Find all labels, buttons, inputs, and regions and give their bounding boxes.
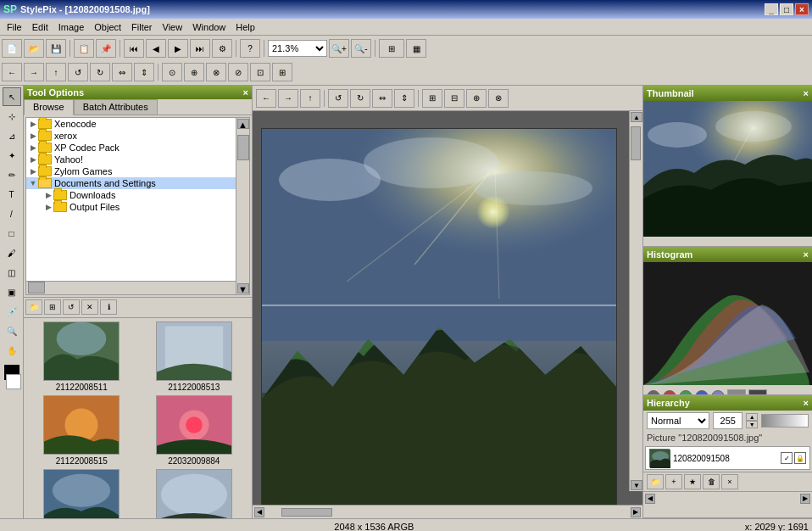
histogram-panel-close[interactable]: × (804, 249, 809, 260)
hierarchy-panel-close[interactable]: × (804, 398, 809, 408)
hand-tool[interactable]: ✋ (3, 341, 21, 360)
arrow-right-button[interactable]: → (24, 63, 44, 81)
canvas-arrow-left[interactable]: ← (256, 89, 276, 108)
thumb-item-1[interactable]: 21122008513 (140, 321, 249, 392)
tab-batch-attributes[interactable]: Batch Attributes (74, 99, 158, 115)
layer-item[interactable]: 120820091508 ✓ 🔒 (645, 446, 810, 470)
canvas-extra2[interactable]: ⊟ (444, 89, 464, 108)
panel-close[interactable]: × (243, 87, 248, 98)
text-tool[interactable]: T (3, 185, 21, 204)
canvas-extra3[interactable]: ⊕ (466, 89, 487, 108)
tb-extra4[interactable]: ⊘ (228, 63, 248, 81)
opacity-input[interactable] (713, 412, 742, 429)
tree-item-docs[interactable]: ▼ Documents and Settings (26, 177, 249, 189)
zoom-select[interactable]: 21.3% (268, 40, 327, 57)
thumb-refresh-btn[interactable]: ↺ (63, 299, 80, 315)
tree-item-downloads[interactable]: ▶ Downloads (26, 189, 249, 201)
thumbnail-panel-close[interactable]: × (804, 88, 809, 98)
tb-extra3[interactable]: ⊗ (206, 63, 226, 81)
menu-image[interactable]: Image (53, 20, 90, 34)
layer-check-icon[interactable]: ✓ (781, 452, 793, 464)
tree-item-yahoo[interactable]: ▶ Yahoo! (26, 154, 249, 165)
magic-wand-tool[interactable]: ✦ (3, 146, 21, 165)
paste-button[interactable]: 📌 (96, 39, 116, 58)
background-color[interactable] (6, 374, 21, 389)
scroll-left-canvas[interactable]: ◀ (254, 507, 264, 517)
tb-extra1[interactable]: ⊙ (162, 63, 182, 81)
canvas-flip1[interactable]: ⇔ (372, 89, 392, 108)
tool-extra2[interactable]: ▦ (406, 39, 426, 58)
menu-view[interactable]: View (158, 20, 188, 34)
last-button[interactable]: ⏭ (190, 39, 210, 58)
prev-button[interactable]: ⏮ (124, 39, 144, 58)
menu-edit[interactable]: Edit (27, 20, 53, 34)
brush-tool[interactable]: 🖌 (3, 243, 21, 262)
eraser-tool[interactable]: ◫ (3, 263, 21, 282)
hier-trash-btn[interactable]: 🗑 (703, 474, 720, 489)
save-button[interactable]: 💾 (46, 39, 66, 58)
layer-lock-icon[interactable]: 🔒 (794, 452, 806, 464)
flip-v-button[interactable]: ⇕ (134, 63, 154, 81)
canvas-arrow-right[interactable]: → (278, 89, 298, 108)
hier-folder-btn[interactable]: 📁 (647, 474, 664, 489)
scroll-right-canvas[interactable]: ▶ (631, 507, 641, 517)
copy-button[interactable]: 📋 (74, 39, 94, 58)
tab-browse[interactable]: Browse (24, 99, 74, 115)
canvas-flip2[interactable]: ⇕ (394, 89, 414, 108)
tree-item-xenocode[interactable]: ▶ Xenocode (26, 118, 249, 130)
spin-down[interactable]: ▼ (746, 421, 758, 428)
new-button[interactable]: 📄 (2, 39, 22, 58)
thumb-info-btn[interactable]: ℹ (100, 299, 117, 315)
right-scrollbar[interactable]: ◀ ▶ (643, 491, 812, 505)
thumb-item-4[interactable]: 22032009886 (27, 469, 136, 518)
hier-extra-btn[interactable]: × (721, 474, 738, 489)
hier-add-btn[interactable]: + (665, 474, 682, 489)
minimize-button[interactable]: _ (765, 3, 778, 15)
thumb-folder-btn[interactable]: 📁 (25, 299, 42, 315)
tree-item-xpcodec[interactable]: ▶ XP Codec Pack (26, 142, 249, 154)
canvas-content[interactable]: ▲ ▼ (253, 111, 642, 505)
scroll-up-tree[interactable]: ▲ (237, 119, 249, 129)
menu-file[interactable]: File (2, 20, 27, 34)
thumb-item-5[interactable]: 24092008224 (140, 469, 249, 518)
blend-mode-select[interactable]: Normal (647, 412, 709, 429)
scroll-down-tree[interactable]: ▼ (237, 283, 249, 293)
v-scroll-canvas[interactable]: ▲ ▼ (629, 111, 642, 491)
rotate-cw-button[interactable]: ↻ (90, 63, 110, 81)
tb-extra2[interactable]: ⊕ (184, 63, 204, 81)
rect-tool[interactable]: □ (3, 224, 21, 243)
crop-tool[interactable]: ⊹ (3, 107, 21, 126)
right-scroll-right[interactable]: ▶ (800, 494, 810, 504)
thumb-item-0[interactable]: 21122008511 (27, 321, 136, 392)
pen-tool[interactable]: ✏ (3, 165, 21, 184)
menu-window[interactable]: Window (187, 20, 231, 34)
arrow-up-button[interactable]: ↑ (46, 63, 66, 81)
hier-star-btn[interactable]: ★ (684, 474, 701, 489)
canvas-rotate-ccw[interactable]: ↺ (328, 89, 348, 108)
menu-object[interactable]: Object (89, 20, 126, 34)
zoom-in-button[interactable]: 🔍+ (329, 39, 349, 58)
scroll-up-canvas[interactable]: ▲ (631, 112, 642, 122)
canvas-arrow-up[interactable]: ↑ (300, 89, 320, 108)
hierarchy-panel-header[interactable]: Hierarchy × (643, 395, 812, 411)
spin-up[interactable]: ▲ (746, 413, 758, 421)
canvas-extra4[interactable]: ⊗ (488, 89, 509, 108)
lasso-tool[interactable]: ⊿ (3, 126, 21, 145)
opacity-slider[interactable] (761, 414, 809, 428)
tree-item-output[interactable]: ▶ Output Files (26, 201, 249, 213)
menu-filter[interactable]: Filter (126, 20, 157, 34)
flip-h-button[interactable]: ⇔ (112, 63, 132, 81)
h-scroll-tree[interactable] (26, 281, 236, 294)
thumb-item-3[interactable]: 22032009884 (140, 395, 249, 466)
select-tool[interactable]: ↖ (3, 87, 21, 106)
eyedropper-tool[interactable]: 💉 (3, 302, 21, 321)
tree-item-zylom[interactable]: ▶ Zylom Games (26, 165, 249, 177)
close-button[interactable]: × (795, 3, 809, 15)
zoom-tool[interactable]: 🔍 (3, 321, 21, 340)
right-scroll-left[interactable]: ◀ (645, 494, 655, 504)
thumb-view-btn[interactable]: ⊞ (44, 299, 61, 315)
open-button[interactable]: 📂 (24, 39, 44, 58)
thumbnail-panel-header[interactable]: Thumbnail × (643, 86, 812, 101)
menu-help[interactable]: Help (231, 20, 260, 34)
tool-extra1[interactable]: ⊞ (379, 39, 404, 58)
